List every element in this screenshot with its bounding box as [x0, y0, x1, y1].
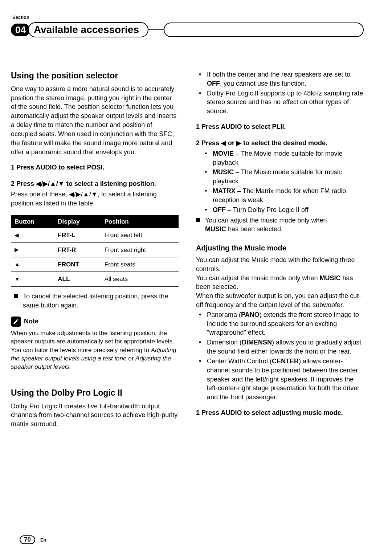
step-2-direction: 2 Press ◀/▶/▲/▼ to select a listening po… — [11, 179, 179, 208]
note-header: Note — [11, 317, 179, 327]
table-header-row: Button Display Position — [11, 215, 179, 228]
page-header: 04 Available accessories — [11, 22, 364, 37]
dim-a: Dimension ( — [207, 339, 242, 346]
pano-a: Panorama ( — [207, 311, 241, 318]
note-body: When you make adjustments to the listeni… — [11, 329, 179, 371]
b1-b: , you cannot use this function. — [220, 80, 306, 87]
step2-body-sym: ◀/▶/▲/▼ — [69, 191, 98, 198]
adj-p2-a: You can adjust the music mode only when — [196, 274, 320, 282]
cell-display: ALL — [54, 272, 101, 286]
step-1-adjust-music-title: 1 Press AUDIO to select adjusting music … — [196, 408, 364, 417]
small-note-a: You can adjust the music mode only when — [205, 217, 327, 224]
step-1-plii-title: 1 Press AUDIO to select PLII. — [196, 122, 364, 131]
position-intro-text: One way to assure a more natural sound i… — [11, 85, 179, 157]
adjust-p2: You can adjust the music mode only when … — [196, 274, 364, 292]
cell-position: All seats — [101, 272, 179, 286]
step2-body-a: Press one of these, — [11, 191, 69, 198]
dim-label: DIMENSN — [242, 339, 272, 346]
dolby-intro-text: Dolby Pro Logic II creates five full-ban… — [11, 402, 179, 429]
table-row: ◀ FRT-L Front seat left — [11, 228, 179, 242]
cell-position: Front seat right — [101, 242, 179, 257]
pano-label: PANO — [241, 311, 260, 318]
th-button: Button — [11, 215, 54, 228]
b1-a: If both the center and the rear speakers… — [207, 71, 350, 78]
step-2-direction-body: Press one of these, ◀/▶/▲/▼, to select a… — [11, 190, 179, 208]
dolby-caveat-list: If both the center and the rear speakers… — [196, 70, 364, 116]
music-note-text: You can adjust the music mode only when … — [205, 216, 327, 234]
page-number: 70 — [20, 535, 35, 544]
mode-music-label: MUSIC — [213, 168, 234, 176]
language-label: En — [40, 537, 46, 543]
step-1-adjust-music: 1 Press AUDIO to select adjusting music … — [196, 408, 364, 417]
list-item: Dolby Pro Logic II supports up to 48kHz … — [197, 89, 364, 116]
pencil-icon — [11, 317, 21, 327]
step-2-direction-title: 2 Press ◀/▶/▲/▼ to select a listening po… — [11, 179, 179, 188]
page-title: Available accessories — [28, 22, 148, 37]
step-2-mode-title: 2 Press ◀ or ▶ to select the desired mod… — [196, 139, 364, 148]
th-display: Display — [54, 215, 101, 228]
step-1-posi-title: 1 Press AUDIO to select POSI. — [11, 163, 179, 172]
section-label: Section — [12, 15, 364, 20]
cell-position: Front seats — [101, 257, 179, 272]
cen-a: Center Width Control ( — [207, 358, 272, 365]
list-item: MUSIC – The Music mode suitable for musi… — [203, 168, 364, 186]
cen-label: CENTER — [272, 358, 299, 365]
note-text-mid: or — [126, 355, 135, 362]
cell-button: ▲ — [11, 257, 54, 272]
adj-p2-b: MUSIC — [320, 274, 341, 282]
list-item: Dimension (DIMENSN) allows you to gradua… — [197, 338, 364, 356]
list-item: OFF – Turn Dolby Pro Logic II off — [203, 205, 364, 215]
note-text-end: . — [69, 363, 71, 370]
heading-dolby: Using the Dolby Pro Logic II — [11, 387, 179, 399]
header-empty-pill — [164, 23, 364, 37]
mode-movie-label: MOVIE — [213, 150, 234, 157]
right-column: If both the center and the rear speakers… — [196, 70, 364, 435]
b1-off: OFF — [207, 80, 220, 87]
page-footer: 70 En — [20, 535, 46, 544]
small-note-c: has been selected. — [226, 225, 283, 233]
position-table: Button Display Position ◀ FRT-L Front se… — [11, 215, 179, 287]
step-1-plii: 1 Press AUDIO to select PLII. — [196, 122, 364, 131]
cell-display: FRT-R — [54, 242, 101, 257]
cell-display: FRT-L — [54, 228, 101, 242]
step-1-posi: 1 Press AUDIO to select POSI. — [11, 163, 179, 172]
cell-position: Front seat left — [101, 228, 179, 242]
cell-button: ▶ — [11, 242, 54, 257]
list-item: If both the center and the rear speakers… — [197, 70, 364, 88]
table-row: ▶ FRT-R Front seat right — [11, 242, 179, 257]
list-item: MOVIE – The Movie mode suitable for movi… — [203, 149, 364, 167]
small-note-b: MUSIC — [205, 225, 226, 233]
table-row: ▲ FRONT Front seats — [11, 257, 179, 272]
mode-matrx-label: MATRX — [213, 187, 236, 195]
cell-button: ◀ — [11, 228, 54, 242]
controls-list: Panorama (PANO) extends the front stereo… — [196, 310, 364, 402]
heading-adjust-music: Adjusting the Music mode — [196, 243, 364, 253]
adjust-p1: You can adjust the Music mode with the f… — [196, 256, 364, 274]
list-item: Center Width Control (CENTER) allows cen… — [197, 357, 364, 402]
section-number-badge: 04 — [11, 24, 30, 36]
mode-off-label: OFF — [213, 206, 226, 213]
music-note-row: You can adjust the music mode only when … — [196, 216, 364, 234]
note-text-a: When you make adjustments to the listeni… — [11, 330, 174, 354]
cancel-note-text: To cancel the selected listening positio… — [23, 292, 179, 310]
step-2-mode: 2 Press ◀ or ▶ to select the desired mod… — [196, 139, 364, 215]
left-column: Using the position selector One way to a… — [11, 70, 179, 435]
header-connector-line — [148, 29, 164, 30]
square-bullet-icon — [196, 218, 200, 222]
th-position: Position — [101, 215, 179, 228]
cancel-note-row: To cancel the selected listening positio… — [11, 292, 179, 310]
heading-position-selector: Using the position selector — [11, 70, 179, 82]
square-bullet-icon — [14, 294, 18, 298]
cell-button: ▼ — [11, 272, 54, 286]
list-item: Panorama (PANO) extends the front stereo… — [197, 310, 364, 337]
mode-off-desc: – Turn Dolby Pro Logic II off — [226, 206, 309, 213]
note-label: Note — [24, 317, 38, 326]
mode-list: MOVIE – The Movie mode suitable for movi… — [196, 149, 364, 215]
cell-display: FRONT — [54, 257, 101, 272]
adjust-p3: When the subwoofer output is on, you can… — [196, 291, 364, 310]
table-row: ▼ ALL All seats — [11, 272, 179, 286]
list-item: MATRX – The Matrix mode for when FM radi… — [203, 187, 364, 205]
content-columns: Using the position selector One way to a… — [11, 70, 364, 435]
